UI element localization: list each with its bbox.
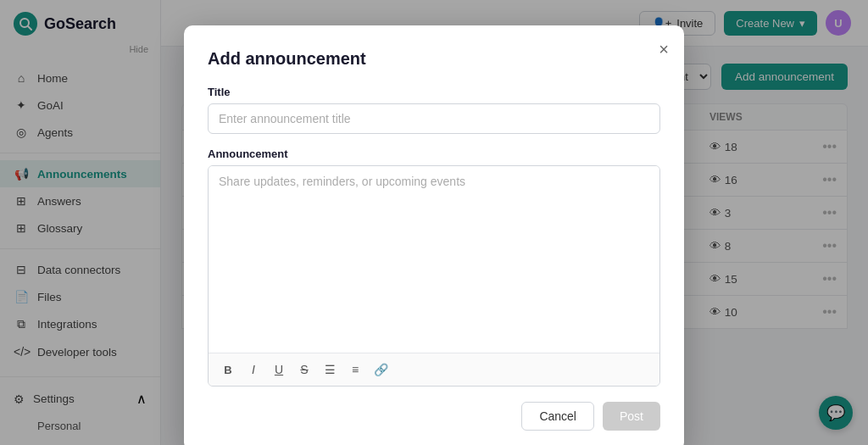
modal-title: Add announcement [208,49,660,69]
cancel-button[interactable]: Cancel [521,402,594,431]
announcement-section: Announcement B I U S ☰ ≡ 🔗 [208,147,660,387]
toolbar-link-button[interactable]: 🔗 [370,359,392,381]
announcement-editor: B I U S ☰ ≡ 🔗 [208,165,660,387]
toolbar-underline-button[interactable]: U [268,359,290,381]
add-announcement-modal: Add announcement × Title Announcement B … [184,25,684,445]
title-label: Title [208,86,660,98]
toolbar-bold-button[interactable]: B [217,359,239,381]
toolbar-strikethrough-button[interactable]: S [293,359,315,381]
modal-close-button[interactable]: × [659,41,669,58]
modal-overlay: Add announcement × Title Announcement B … [0,0,868,445]
announcement-textarea[interactable] [209,166,659,353]
announcement-label: Announcement [208,147,660,160]
modal-footer: Cancel Post [208,402,660,431]
toolbar-bullet-list-button[interactable]: ☰ [319,359,341,381]
title-input[interactable] [208,103,660,134]
post-button[interactable]: Post [603,402,660,431]
editor-toolbar: B I U S ☰ ≡ 🔗 [209,353,659,386]
toolbar-numbered-list-button[interactable]: ≡ [344,359,366,381]
toolbar-italic-button[interactable]: I [242,359,264,381]
